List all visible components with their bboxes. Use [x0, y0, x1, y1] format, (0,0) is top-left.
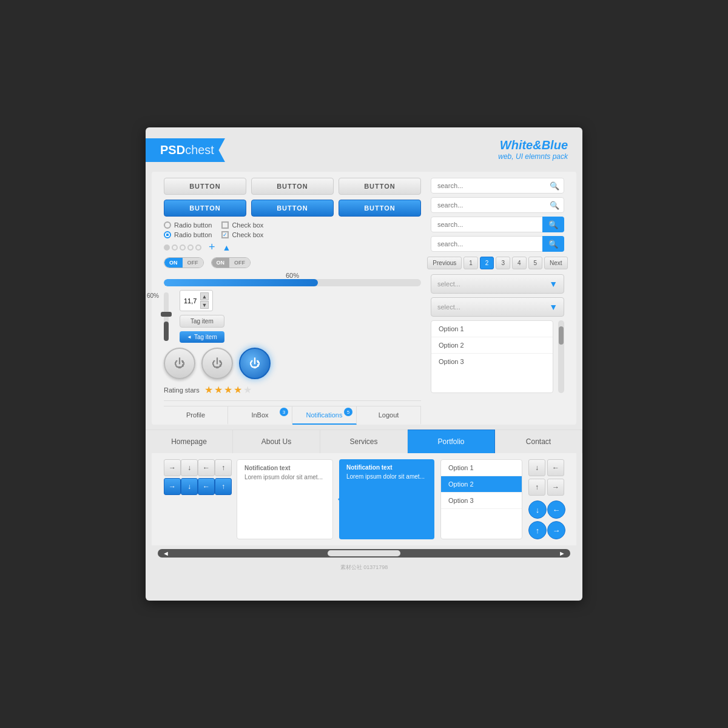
tag-item-gray[interactable]: Tag item: [180, 315, 224, 328]
bottom-option-2[interactable]: Option 2: [441, 476, 522, 493]
star-4: ★: [234, 384, 242, 396]
dropdown-area: Option 1 Option 2 Option 3: [431, 320, 564, 393]
select-box-1[interactable]: select... ▼: [431, 274, 564, 294]
r-arrow-down-blue[interactable]: ↓: [528, 500, 547, 519]
h-scroll-right[interactable]: ►: [554, 550, 570, 557]
radio2-label: Radio button: [174, 231, 212, 238]
page-prev[interactable]: Previous: [427, 257, 462, 269]
search-input-1[interactable]: [431, 178, 564, 194]
r-arrow-down[interactable]: ↓: [528, 459, 545, 476]
star-2: ★: [214, 384, 223, 396]
radio1[interactable]: Radio button: [164, 221, 212, 229]
logo-chest: chest: [185, 143, 214, 157]
h-scrollbar[interactable]: ◄ ►: [158, 549, 570, 558]
toggle-on-1[interactable]: ON OFF: [164, 257, 204, 268]
r-arrow-up[interactable]: ↑: [528, 479, 545, 496]
star-dot-1: [164, 244, 170, 251]
blue-button-3[interactable]: BUTTON: [339, 200, 421, 217]
number-input[interactable]: 11,7 ▲ ▼: [180, 290, 213, 311]
gray-button-2[interactable]: BUTTON: [251, 178, 334, 195]
right-arrow-row-4: ↑ →: [528, 521, 564, 539]
r-arrow-up-blue[interactable]: ↑: [528, 521, 547, 539]
notif-gray-title: Notification text: [244, 465, 325, 471]
main-content: BUTTON BUTTON BUTTON BUTTON BUTTON BUTTO…: [152, 172, 576, 425]
power-btn-active[interactable]: ⏻: [239, 348, 271, 379]
notification-blue: Notification text Lorem ipsum dolor sit …: [339, 459, 434, 539]
tag-items: 11,7 ▲ ▼ Tag item ◄ Tag item: [180, 290, 224, 343]
notifications-badge: 5: [344, 408, 352, 416]
page-1[interactable]: 1: [463, 257, 478, 269]
progress-bar[interactable]: [164, 279, 421, 286]
stepper-up[interactable]: ▲: [200, 292, 209, 300]
r-arrow-left[interactable]: ←: [547, 459, 564, 476]
nav-homepage[interactable]: Homepage: [146, 430, 233, 453]
option-1[interactable]: Option 1: [431, 321, 553, 337]
tag-item-blue[interactable]: ◄ Tag item: [180, 331, 224, 343]
bottom-option-1[interactable]: Option 1: [441, 460, 522, 476]
star-rating[interactable]: ★ ★ ★ ★ ★: [204, 384, 252, 396]
dropdown-scrollbar[interactable]: [558, 320, 564, 393]
nav-portfolio[interactable]: Portfolio: [408, 430, 495, 453]
select-box-2[interactable]: select... ▼: [431, 297, 564, 317]
h-scroll-left[interactable]: ◄: [158, 550, 174, 557]
gray-button-1[interactable]: BUTTON: [164, 178, 246, 195]
blue-button-1[interactable]: BUTTON: [164, 200, 246, 217]
arrow-left-1[interactable]: ←: [198, 459, 215, 476]
select-placeholder-2: select...: [437, 303, 460, 311]
page-next[interactable]: Next: [544, 257, 568, 269]
option-2[interactable]: Option 2: [431, 337, 553, 354]
arrow-left-blue[interactable]: ←: [198, 478, 215, 495]
arrow-down-blue[interactable]: ↓: [181, 478, 198, 495]
search-icon-1: 🔍: [550, 181, 559, 190]
check2[interactable]: ✓ Check box: [221, 231, 263, 238]
nav-about[interactable]: About Us: [233, 430, 320, 453]
search-row-1: 🔍: [431, 178, 564, 194]
page-4[interactable]: 4: [512, 257, 527, 269]
divider-1: [164, 400, 421, 401]
radio2[interactable]: Radio button: [164, 231, 212, 238]
arrow-up-blue[interactable]: ↑: [215, 478, 232, 495]
page-3[interactable]: 3: [496, 257, 510, 269]
check1[interactable]: Check box: [221, 221, 263, 229]
right-arrow-row-3: ↓ ←: [528, 500, 564, 519]
right-arrow-row-1: ↓ ←: [528, 459, 564, 476]
search-icon-3[interactable]: 🔍: [542, 217, 564, 232]
right-arrow-row-2: ↑ →: [528, 479, 564, 496]
select-arrow-1: ▼: [549, 279, 558, 289]
expand-icon[interactable]: ▲: [223, 243, 231, 252]
toggle-on-2[interactable]: ON OFF: [211, 257, 251, 268]
plus-icon[interactable]: +: [209, 241, 215, 254]
stepper[interactable]: ▲ ▼: [200, 292, 209, 309]
tab-logout[interactable]: Logout: [357, 406, 421, 425]
arrow-down-1[interactable]: ↓: [181, 459, 198, 476]
power-btn-inactive-1[interactable]: ⏻: [164, 348, 195, 379]
arrow-row-1: → ↓ ← ↑: [164, 459, 231, 476]
power-btn-inactive-2[interactable]: ⏻: [201, 348, 233, 379]
nav-services[interactable]: Services: [320, 430, 408, 453]
check2-label: Check box: [232, 231, 263, 238]
blue-button-2[interactable]: BUTTON: [251, 200, 334, 217]
search-icon-4[interactable]: 🔍: [542, 236, 564, 252]
tab-profile[interactable]: Profile: [164, 406, 228, 425]
notif-blue-title: Notification text: [346, 464, 427, 471]
rating-label: Rating stars: [164, 386, 200, 394]
option-3[interactable]: Option 3: [431, 354, 553, 369]
nav-contact[interactable]: Contact: [495, 430, 582, 453]
select-arrow-2: ▼: [549, 302, 558, 312]
select-placeholder-1: select...: [437, 280, 460, 288]
page-2[interactable]: 2: [480, 257, 494, 269]
vertical-slider[interactable]: 60%: [164, 292, 169, 341]
bottom-option-3[interactable]: Option 3: [441, 493, 522, 509]
search-input-2[interactable]: [431, 197, 564, 213]
arrow-right-1[interactable]: →: [164, 459, 181, 476]
arrow-up-1[interactable]: ↑: [215, 459, 232, 476]
arrow-right-blue[interactable]: →: [164, 478, 181, 495]
r-arrow-right-blue[interactable]: →: [547, 521, 565, 539]
tab-inbox[interactable]: InBox 3: [228, 406, 292, 425]
gray-button-3[interactable]: BUTTON: [339, 178, 421, 195]
r-arrow-right[interactable]: →: [547, 479, 564, 496]
tab-notifications[interactable]: Notifications 5: [292, 406, 357, 425]
stepper-down[interactable]: ▼: [200, 301, 209, 309]
page-5[interactable]: 5: [528, 257, 543, 269]
r-arrow-left-blue[interactable]: ←: [547, 500, 565, 519]
